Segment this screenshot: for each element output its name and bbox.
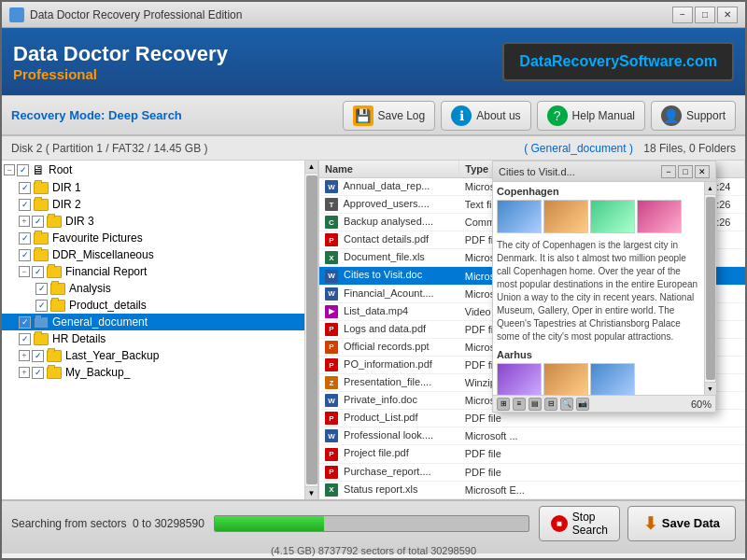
- file-size: [549, 427, 602, 445]
- tree-toggle[interactable]: +: [19, 216, 30, 227]
- preview-minimize[interactable]: −: [661, 165, 676, 178]
- help-manual-button[interactable]: ? Help Manual: [537, 101, 645, 131]
- tree-label: DIR 1: [52, 181, 81, 194]
- preview-img-4: [637, 200, 682, 233]
- preview-icon-4[interactable]: ⊟: [544, 398, 557, 411]
- folder-icon: [50, 300, 65, 312]
- folder-info: ( General_document ) 18 Files, 0 Folders: [524, 142, 736, 155]
- preview-maximize[interactable]: □: [678, 165, 693, 178]
- brand-subtitle: Professional: [13, 66, 502, 82]
- tree-checkbox[interactable]: [19, 199, 31, 211]
- save-data-button[interactable]: ⬇ Save Data: [627, 506, 736, 541]
- preview-scroll-down[interactable]: ▼: [705, 382, 716, 395]
- maximize-button[interactable]: □: [695, 7, 715, 23]
- titlebar: Data Doctor Recovery Professional Editio…: [2, 2, 745, 28]
- file-date: [601, 427, 684, 445]
- tree-label: Last_Year_Backup: [65, 349, 159, 362]
- preview-icon-2[interactable]: ≡: [513, 398, 526, 411]
- file-size: [549, 481, 602, 498]
- tree-checkbox[interactable]: [35, 283, 48, 295]
- list-item[interactable]: + My_Backup_: [2, 364, 304, 381]
- scroll-down[interactable]: ▼: [305, 486, 318, 499]
- preview-section1-title: Copenhagen: [497, 186, 702, 197]
- preview-img-7: [590, 363, 635, 395]
- preview-icon-3[interactable]: ▤: [529, 398, 542, 411]
- preview-icon-6[interactable]: 📷: [576, 398, 589, 411]
- preview-icon-1[interactable]: ⊞: [497, 398, 510, 411]
- tree-scrollbar[interactable]: ▲ ▼: [304, 161, 317, 499]
- table-row[interactable]: W Professional look.... Microsoft ...: [319, 427, 745, 445]
- file-name: W Professional look....: [319, 427, 459, 445]
- folder-icon: [34, 199, 49, 211]
- file-time: [685, 481, 745, 498]
- file-size: [549, 445, 602, 463]
- tree-root[interactable]: − 🖥 Root: [2, 161, 304, 179]
- file-name: P Logs and data.pdf: [319, 320, 459, 338]
- list-item[interactable]: HR Details: [2, 330, 304, 347]
- folder-icon: [47, 216, 62, 228]
- tree-checkbox[interactable]: [32, 266, 44, 278]
- list-item[interactable]: Product_details: [2, 297, 304, 314]
- list-item[interactable]: + DIR 3: [2, 213, 304, 230]
- tree-checkbox[interactable]: [35, 300, 48, 312]
- table-row[interactable]: P Purchase_report.... PDF file: [319, 463, 745, 481]
- close-button[interactable]: ✕: [717, 7, 738, 23]
- preview-title: Cities to Visit.d...: [499, 166, 659, 177]
- header: Data Doctor Recovery Professional DataRe…: [2, 28, 745, 95]
- tree-label: My_Backup_: [65, 366, 130, 379]
- tree-checkbox[interactable]: [19, 182, 31, 194]
- list-item[interactable]: DIR 2: [2, 196, 304, 213]
- tree-checkbox[interactable]: [32, 367, 44, 379]
- list-item[interactable]: − Financial Report: [2, 263, 304, 280]
- preview-scrollbar[interactable]: ▲ ▼: [704, 182, 715, 395]
- tree-toggle[interactable]: +: [19, 367, 30, 378]
- tree-label: Favourite Pictures: [52, 231, 143, 245]
- tree-checkbox[interactable]: [32, 216, 44, 228]
- preview-img-3: [590, 200, 635, 233]
- list-item[interactable]: General_document: [2, 314, 304, 330]
- minimize-button[interactable]: −: [672, 7, 693, 23]
- tree-checkbox[interactable]: [32, 350, 44, 362]
- tree-label: Analysis: [69, 282, 111, 295]
- list-item[interactable]: Analysis: [2, 280, 304, 297]
- preview-scroll-up[interactable]: ▲: [705, 182, 716, 195]
- status-buttons: ■ Stop Search ⬇ Save Data: [539, 506, 736, 541]
- tree-checkbox[interactable]: [19, 333, 31, 345]
- tree-toggle-root[interactable]: −: [4, 164, 15, 175]
- list-item[interactable]: Favourite Pictures: [2, 230, 304, 246]
- list-item[interactable]: DIR 1: [2, 179, 304, 196]
- folder-icon: [34, 182, 49, 194]
- file-size: [549, 463, 602, 481]
- list-item[interactable]: + Last_Year_Backup: [2, 347, 304, 364]
- table-row[interactable]: X Status report.xls Microsoft E...: [319, 481, 745, 498]
- progress-container: [214, 515, 529, 532]
- file-name: ▶ List_data.mp4: [319, 302, 459, 320]
- preview-img-5: [497, 363, 542, 395]
- tree-label: Financial Report: [65, 265, 147, 278]
- tree-checkbox[interactable]: [19, 249, 31, 261]
- about-us-button[interactable]: ℹ About us: [441, 101, 530, 131]
- list-item[interactable]: DDR_Miscellaneous: [2, 246, 304, 263]
- website-url: DataRecoverySoftware.com: [502, 42, 734, 81]
- tree-checkbox[interactable]: [19, 232, 31, 245]
- stop-label: Stop Search: [572, 511, 608, 537]
- preview-icon-5[interactable]: 🔍: [560, 398, 573, 411]
- table-row[interactable]: P Project file.pdf PDF file: [319, 445, 745, 463]
- support-button[interactable]: 👤 Support: [651, 101, 736, 131]
- tree-toggle[interactable]: +: [19, 350, 30, 361]
- tree-toggle[interactable]: −: [19, 266, 30, 277]
- preview-close[interactable]: ✕: [695, 165, 710, 178]
- statusbar: Searching from sectors 0 to 30298590 ■ S…: [2, 499, 745, 553]
- file-name: C Backup analysed....: [319, 214, 459, 231]
- col-name: Name: [319, 161, 459, 178]
- scroll-up[interactable]: ▲: [305, 161, 318, 174]
- save-data-icon: ⬇: [643, 513, 657, 534]
- tree-checkbox-root[interactable]: [17, 164, 29, 176]
- save-log-button[interactable]: 💾 Save Log: [343, 101, 436, 131]
- preview-scroll-thumb[interactable]: [706, 197, 715, 380]
- stop-search-button[interactable]: ■ Stop Search: [539, 506, 620, 541]
- folder-icon: [34, 333, 49, 345]
- file-name: Z Presentation_file....: [319, 374, 459, 392]
- scroll-thumb[interactable]: [306, 175, 317, 484]
- tree-checkbox[interactable]: [19, 316, 31, 329]
